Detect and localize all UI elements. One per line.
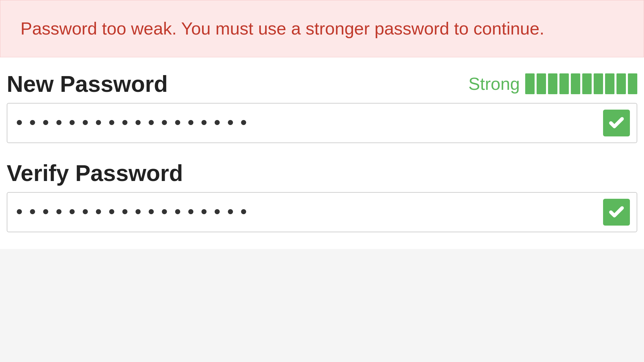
strength-bar-10: [628, 73, 637, 94]
verify-password-input[interactable]: [14, 202, 603, 222]
strength-bars: [525, 73, 637, 94]
strength-bar-2: [537, 73, 546, 94]
error-message: Password too weak. You must use a strong…: [20, 16, 624, 41]
new-password-header: New Password Strong: [7, 71, 637, 97]
strength-bar-3: [548, 73, 557, 94]
new-password-group: New Password Strong: [7, 71, 637, 143]
strength-bar-8: [605, 73, 614, 94]
strength-bar-6: [582, 73, 592, 94]
form-section: New Password Strong: [0, 57, 644, 232]
strength-indicator: Strong: [468, 73, 637, 94]
new-password-input-wrapper: [7, 103, 637, 143]
strength-bar-9: [616, 73, 626, 94]
strength-bar-5: [571, 73, 580, 94]
verify-password-input-wrapper: [7, 192, 637, 232]
verify-password-header: Verify Password: [7, 160, 637, 186]
strength-bar-1: [525, 73, 535, 94]
new-password-input[interactable]: [14, 113, 603, 133]
verify-password-group: Verify Password: [7, 160, 637, 232]
new-password-label: New Password: [7, 71, 168, 97]
verify-password-label: Verify Password: [7, 160, 183, 186]
strength-text: Strong: [468, 74, 520, 94]
page-container: Password too weak. You must use a strong…: [0, 0, 644, 249]
checkmark-icon: [608, 115, 625, 131]
new-password-check-icon: [603, 110, 630, 136]
strength-bar-4: [559, 73, 569, 94]
error-banner: Password too weak. You must use a strong…: [0, 0, 644, 57]
checkmark-icon-verify: [608, 204, 625, 221]
strength-bar-7: [594, 73, 603, 94]
verify-password-check-icon: [603, 199, 630, 226]
